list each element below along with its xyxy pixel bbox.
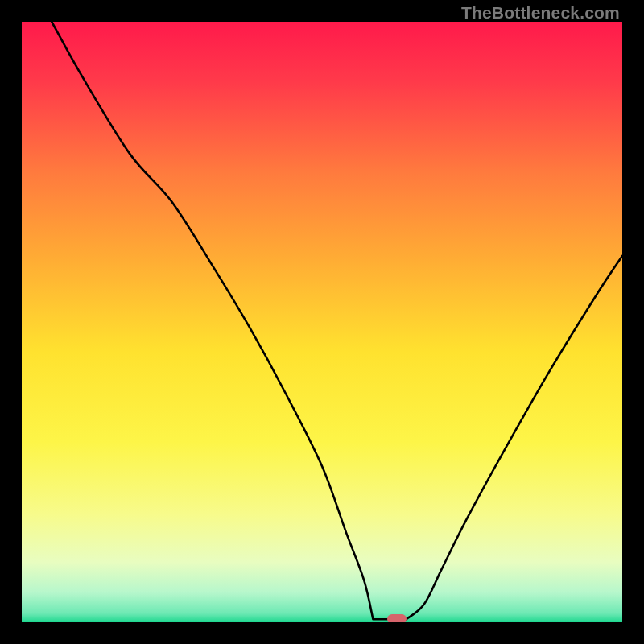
plot-area (22, 22, 622, 622)
watermark-text: TheBottleneck.com (461, 3, 620, 23)
bottleneck-marker (387, 614, 407, 622)
chart-container: TheBottleneck.com (0, 0, 644, 644)
bottleneck-curve (22, 22, 622, 622)
